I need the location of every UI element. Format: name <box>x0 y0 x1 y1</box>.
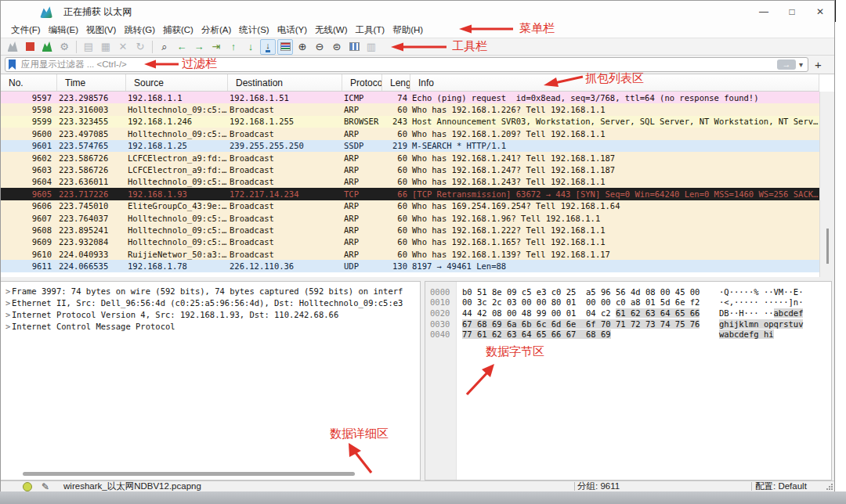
filter-dropdown-chevron-icon[interactable]: ▾ <box>799 60 803 69</box>
expand-chevron-icon[interactable]: > <box>1 322 12 331</box>
menu-item-telephony[interactable]: 电话(Y) <box>273 24 311 36</box>
last-packet-icon[interactable]: ↓ <box>243 39 258 55</box>
detail-line[interactable]: >Ethernet II, Src: Dell_96:56:4d (c0:25:… <box>1 297 420 308</box>
reload-file-icon[interactable]: ↻ <box>132 39 148 55</box>
menu-item-analyze[interactable]: 分析(A) <box>197 24 235 36</box>
open-file-icon[interactable]: ▤ <box>81 39 96 55</box>
menu-item-help[interactable]: 帮助(H) <box>389 24 427 36</box>
auto-scroll-icon[interactable]: ↓ <box>260 39 276 55</box>
column-header-destination[interactable]: Destination <box>228 74 342 91</box>
close-file-icon[interactable]: ✕ <box>115 39 131 55</box>
hex-row[interactable]: 003067 68 69 6a 6b 6c 6d 6e 6f 70 71 72 … <box>425 319 831 329</box>
packet-row[interactable]: 9598223.316003Holltechnolo_09:c5:…Broadc… <box>1 103 819 115</box>
resize-grip[interactable] <box>826 484 833 490</box>
packet-row[interactable]: 9609223.932084Holltechnolo_09:c5:…Broadc… <box>1 236 819 248</box>
previous-packet-icon[interactable]: ← <box>174 39 190 55</box>
goto-packet-icon[interactable]: ⇥ <box>208 39 224 55</box>
packet-cell: 192.168.1.93 <box>126 188 228 200</box>
zoom-100-icon[interactable]: ⊜ <box>329 39 345 55</box>
hex-ascii[interactable]: DB··H··· ··abcdef <box>719 308 803 318</box>
close-button[interactable]: ✕ <box>806 1 834 23</box>
zoom-out-icon[interactable]: ⊖ <box>312 39 327 55</box>
packet-row[interactable]: 9597223.298576192.168.1.1192.168.1.51ICM… <box>1 92 819 103</box>
menu-item-tools[interactable]: 工具(T) <box>352 24 389 36</box>
hex-row[interactable]: 002044 42 08 00 48 99 00 01 04 c2 61 62 … <box>425 308 831 319</box>
hex-ascii[interactable]: ghijklmn opqrstuv <box>719 319 803 329</box>
detail-line[interactable]: >Internet Protocol Version 4, Src: 192.1… <box>1 308 420 320</box>
title-bar[interactable]: 正在捕获 以太网 — □ ✕ <box>1 1 834 23</box>
apply-filter-button[interactable]: → <box>777 59 796 70</box>
menu-item-wireless[interactable]: 无线(W) <box>311 24 352 36</box>
display-filter-input[interactable]: 应用显示过滤器 ... <Ctrl-/> → ▾ <box>5 57 808 72</box>
hex-row[interactable]: 004077 61 62 63 64 65 66 67 68 69wabcdef… <box>425 329 831 340</box>
packet-row[interactable]: 9607223.764037Holltechnolo_09:c5:…Broadc… <box>1 212 819 224</box>
packet-cell: ARP <box>342 164 382 175</box>
first-packet-icon[interactable]: ↑ <box>226 39 241 55</box>
packet-row[interactable]: 9611224.066535192.168.1.78226.12.110.36U… <box>1 260 819 272</box>
packet-row[interactable]: 9610224.040933RuijieNetwor_50:a3:…Broadc… <box>1 248 819 260</box>
packet-list-scrollbar[interactable] <box>819 92 834 277</box>
packet-row[interactable]: 9601223.574765192.168.1.25239.255.255.25… <box>1 140 819 152</box>
packet-cell: Broadcast <box>228 224 342 236</box>
hex-ascii[interactable]: wabcdefg hi <box>719 329 774 339</box>
hex-bytes[interactable]: 67 68 69 6a 6b 6c 6d 6e 6f 70 71 72 73 7… <box>462 319 711 329</box>
column-header-no[interactable]: No. <box>1 74 57 91</box>
packet-cell: 239.255.255.250 <box>228 140 342 152</box>
packet-row[interactable]: 9604223.636011Holltechnolo_09:c5:…Broadc… <box>1 176 819 188</box>
scrollbar-thumb[interactable] <box>826 229 829 264</box>
hex-bytes[interactable]: 00 3c 2c 03 00 00 80 01 00 00 c0 a8 01 5… <box>462 297 711 307</box>
packet-bytes-pane: 0000b0 51 8e 09 c5 e3 c0 25 a5 96 56 4d … <box>425 281 832 481</box>
column-header-source[interactable]: Source <box>126 74 228 91</box>
packet-row[interactable]: 9602223.586726LCFCElectron_a9:fd:…Broadc… <box>1 152 819 164</box>
packet-row[interactable]: 9608223.895241Holltechnolo_09:c5:…Broadc… <box>1 224 819 236</box>
save-file-icon[interactable]: ▦ <box>98 39 114 55</box>
detail-horizontal-scrollbar[interactable] <box>23 472 355 476</box>
hex-row[interactable]: 0000b0 51 8e 09 c5 e3 c0 25 a5 96 56 4d … <box>425 286 831 297</box>
find-packet-icon[interactable]: ⌕ <box>157 39 172 55</box>
menu-item-capture[interactable]: 捕获(C) <box>159 24 197 36</box>
column-header-time[interactable]: Time <box>57 74 126 91</box>
hex-bytes[interactable]: 44 42 08 00 48 99 00 01 04 c2 61 62 63 6… <box>462 308 711 318</box>
hex-ascii[interactable]: ·Q·····% ··VM··E· <box>719 287 803 297</box>
packet-cell: 66 <box>382 188 410 200</box>
column-header-length[interactable]: Lengt <box>382 74 410 91</box>
hex-bytes[interactable]: 77 61 62 63 64 65 66 67 68 69 <box>462 329 711 339</box>
hex-row[interactable]: 001000 3c 2c 03 00 00 80 01 00 00 c0 a8 … <box>425 297 831 308</box>
expand-chevron-icon[interactable]: > <box>1 286 12 296</box>
menu-item-edit[interactable]: 编辑(E) <box>45 24 82 36</box>
show-columns-icon[interactable]: ▥ <box>363 39 379 55</box>
detail-line[interactable]: >Internet Control Message Protocol <box>1 320 420 332</box>
menu-item-go[interactable]: 跳转(G) <box>120 24 159 36</box>
detail-line[interactable]: >Frame 3997: 74 bytes on wire (592 bits)… <box>1 285 420 297</box>
capture-comment-icon[interactable]: ✎ <box>42 481 49 492</box>
filter-bookmark-icon[interactable] <box>9 59 16 70</box>
packet-row-selected[interactable]: 9605223.717226192.168.1.93172.217.14.234… <box>1 188 819 200</box>
next-packet-icon[interactable]: → <box>191 39 207 55</box>
hex-bytes[interactable]: b0 51 8e 09 c5 e3 c0 25 a5 96 56 4d 08 0… <box>462 287 711 297</box>
hex-ascii[interactable]: ·<,····· ·····]n· <box>719 297 803 307</box>
resize-columns-icon[interactable] <box>346 39 362 55</box>
column-header-protocol[interactable]: Protoco <box>342 74 382 91</box>
zoom-in-icon[interactable]: ⊕ <box>295 39 310 55</box>
colorize-packets-icon[interactable] <box>277 39 293 55</box>
start-capture-icon[interactable] <box>5 39 20 55</box>
packet-row[interactable]: 9603223.586726LCFCElectron_a9:fd:…Broadc… <box>1 164 819 175</box>
packet-row[interactable]: 9599223.323455192.168.1.246192.168.1.255… <box>1 116 819 128</box>
maximize-button[interactable]: □ <box>778 1 806 23</box>
capture-options-icon[interactable]: ⚙ <box>56 39 72 55</box>
minimize-button[interactable]: — <box>750 1 778 23</box>
restart-capture-icon[interactable] <box>39 39 55 55</box>
packet-row[interactable]: 9600223.497085Holltechnolo_09:c5:…Broadc… <box>1 128 819 139</box>
expand-chevron-icon[interactable]: > <box>1 310 12 319</box>
stop-capture-icon[interactable] <box>22 39 38 55</box>
packet-cell: Holltechnolo_09:c5:… <box>126 212 228 224</box>
expand-chevron-icon[interactable]: > <box>1 298 12 308</box>
menu-item-view[interactable]: 视图(V) <box>82 24 120 36</box>
menu-item-statistics[interactable]: 统计(S) <box>235 24 273 36</box>
packet-row[interactable]: 9606223.745010EliteGroupCo_43:9e:…Broadc… <box>1 200 819 212</box>
profile-label[interactable]: 配置: Default <box>755 481 807 492</box>
menu-item-file[interactable]: 文件(F) <box>7 24 45 36</box>
add-filter-button-button[interactable]: + <box>815 58 822 71</box>
expert-info-icon[interactable] <box>23 482 32 491</box>
packet-cell: 9611 <box>1 260 57 272</box>
